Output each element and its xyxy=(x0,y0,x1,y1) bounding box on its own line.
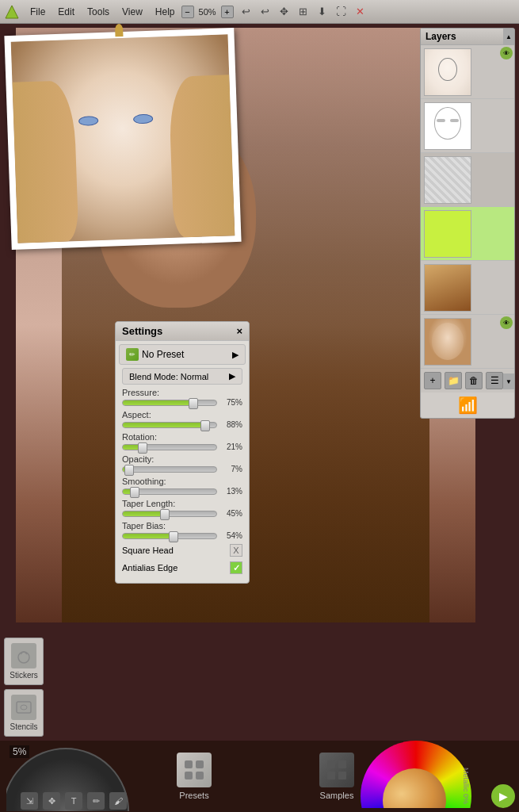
slider-track-5[interactable] xyxy=(122,511,217,517)
tool-wheel[interactable]: ⇲ ✥ T ✏ 🖌 xyxy=(6,741,141,811)
layer-eye-6[interactable]: 👁 xyxy=(500,316,513,329)
slider-value-5: 45% xyxy=(220,509,242,518)
tool-icon-pen[interactable]: ✏ xyxy=(87,792,105,810)
tool-icon-text[interactable]: T xyxy=(65,792,82,810)
layer-item-1[interactable]: 👁 xyxy=(421,45,514,99)
zoom-value: 50% xyxy=(196,7,219,17)
slider-track-6[interactable] xyxy=(122,533,217,539)
tool-icon-resize[interactable]: ⇲ xyxy=(21,792,38,810)
slider-row-smoothing: Smoothing: 13% xyxy=(116,475,249,497)
svg-marker-0 xyxy=(6,6,18,18)
checkbox-box-0[interactable]: X xyxy=(230,544,242,557)
slider-row-opacity: Opacity: 7% xyxy=(116,453,249,475)
svg-rect-13 xyxy=(338,760,346,768)
checkbox-label-0: Square Head xyxy=(122,546,174,555)
menu-file[interactable]: File xyxy=(24,5,52,19)
slider-track-1[interactable] xyxy=(122,422,217,428)
svg-rect-15 xyxy=(338,772,346,779)
layer-item-6[interactable]: 👁 xyxy=(421,315,514,369)
tool-icons-row: ⇲ ✥ T ✏ 🖌 xyxy=(6,792,141,810)
slider-row-aspect: Aspect: 88% xyxy=(116,408,249,431)
redo-icon[interactable]: ↩ xyxy=(258,4,273,20)
layers-scroll-down[interactable]: ▼ xyxy=(503,373,514,389)
hair-right xyxy=(169,75,235,238)
settings-title-label: Settings xyxy=(122,325,162,337)
blend-mode-label: Blend Mode: Normal xyxy=(129,372,208,381)
slider-track-2[interactable] xyxy=(122,444,217,450)
slider-value-3: 7% xyxy=(220,465,242,473)
delete-layer-button[interactable]: 🗑 xyxy=(465,372,483,389)
checkbox-row-1: Antialias Edge ✓ xyxy=(116,559,249,576)
slider-wrap-5: 45% xyxy=(122,509,242,518)
folder-layer-button[interactable]: 📁 xyxy=(445,372,462,389)
zoom-in-button[interactable]: + xyxy=(221,6,234,18)
zoom-controls: − 50% + xyxy=(181,6,234,18)
layer-thumb-5 xyxy=(424,264,471,312)
layers-wifi: 📶 xyxy=(421,393,514,418)
slider-label-3: Opacity: xyxy=(122,454,242,464)
tool-icon-brush[interactable]: 🖌 xyxy=(109,792,127,810)
blend-mode-row[interactable]: Blend Mode: Normal ▶ xyxy=(122,368,242,385)
stencils-button[interactable]: Stencils xyxy=(4,689,44,737)
slider-label-1: Aspect: xyxy=(122,410,242,419)
slider-wrap-2: 21% xyxy=(122,442,242,451)
layer-eye-1[interactable]: 👁 xyxy=(500,47,513,59)
slider-track-4[interactable] xyxy=(122,488,217,495)
settings-close-button[interactable]: × xyxy=(236,325,242,337)
layer-item-2[interactable] xyxy=(421,99,514,153)
layer-thumb-2 xyxy=(424,102,471,150)
fullscreen-icon[interactable]: ⛶ xyxy=(334,4,349,20)
slider-label-4: Smoothing: xyxy=(122,477,242,486)
slider-wrap-0: 75% xyxy=(122,398,242,407)
close-icon[interactable]: ✕ xyxy=(353,4,368,20)
slider-label-2: Rotation: xyxy=(122,432,242,442)
svg-point-7 xyxy=(21,705,27,710)
layers-scroll-up[interactable]: ▲ xyxy=(503,29,514,44)
slider-row-taper-length: Taper Length: 45% xyxy=(116,497,249,519)
menu-edit[interactable]: Edit xyxy=(52,5,81,19)
color-wheel[interactable]: Metallic 0% xyxy=(361,741,471,808)
layer-item-5[interactable] xyxy=(421,261,514,315)
layer-item-3[interactable] xyxy=(421,153,514,207)
tool-wheel-arc xyxy=(6,810,127,811)
menu-layer-button[interactable]: ☰ xyxy=(486,372,503,389)
slider-value-4: 13% xyxy=(220,487,242,496)
download-icon[interactable]: ⬇ xyxy=(315,4,330,20)
move-icon[interactable]: ✥ xyxy=(277,4,292,20)
slider-track-3[interactable] xyxy=(122,466,217,473)
slider-wrap-3: 7% xyxy=(122,465,242,473)
zoom-out-button[interactable]: − xyxy=(181,6,194,18)
tool-icon-move[interactable]: ✥ xyxy=(43,792,60,810)
reference-photo[interactable] xyxy=(4,28,241,250)
menu-bar: File Edit Tools View Help − 50% + ↩ ↩ ✥ … xyxy=(0,0,519,24)
menu-help[interactable]: Help xyxy=(149,5,181,19)
menu-tools[interactable]: Tools xyxy=(81,5,116,19)
layers-toolbar: + 📁 🗑 ☰ xyxy=(421,369,514,393)
slider-label-6: Taper Bias: xyxy=(122,521,242,530)
undo-icon[interactable]: ↩ xyxy=(239,4,254,20)
stickers-button[interactable]: Stickers xyxy=(4,638,44,685)
layers-panel: Layers × ▲ 👁 xyxy=(420,28,515,419)
svg-rect-12 xyxy=(327,760,335,768)
layer-thumb-6 xyxy=(424,318,471,366)
checkbox-box-1[interactable]: ✓ xyxy=(230,561,242,574)
grid-icon[interactable]: ⊞ xyxy=(296,4,311,20)
green-action-button[interactable]: ▶ xyxy=(491,784,515,808)
layer-thumb-4 xyxy=(424,210,471,258)
svg-rect-6 xyxy=(17,702,31,713)
settings-title-bar: Settings × xyxy=(116,322,249,341)
presets-button[interactable]: Presets xyxy=(170,749,218,804)
samples-button[interactable]: Samples xyxy=(313,749,361,804)
preset-arrow: ▶ xyxy=(232,350,239,360)
stickers-icon xyxy=(11,643,36,668)
layer-item-4[interactable] xyxy=(421,207,514,261)
slider-track-0[interactable] xyxy=(122,400,217,406)
svg-rect-11 xyxy=(196,772,204,779)
add-layer-button[interactable]: + xyxy=(424,372,441,389)
layer-thumb-3 xyxy=(424,156,471,204)
blend-mode-arrow: ▶ xyxy=(229,371,235,381)
menu-view[interactable]: View xyxy=(116,5,149,19)
slider-value-2: 21% xyxy=(220,442,242,451)
slider-value-1: 88% xyxy=(220,420,242,429)
preset-row[interactable]: ✏ No Preset ▶ xyxy=(119,344,246,365)
